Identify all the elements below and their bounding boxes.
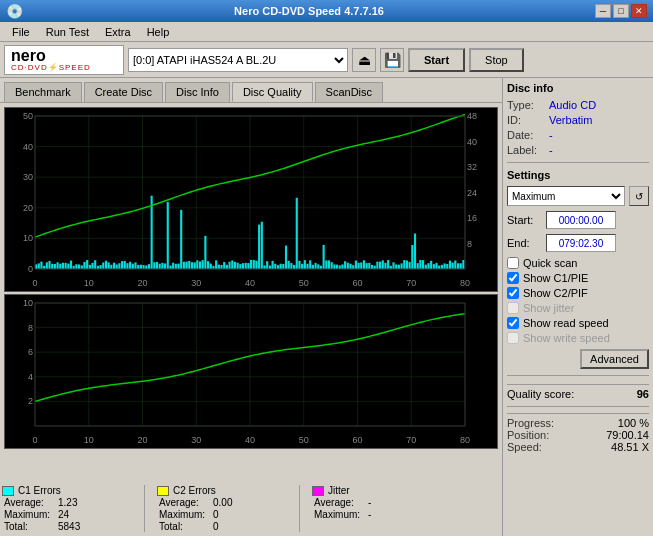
settings-title: Settings [507, 169, 649, 181]
left-panel: Benchmark Create Disc Disc Info Disc Qua… [0, 78, 503, 536]
c2-avg-row: Average: 0.00 [157, 497, 287, 508]
legend-c2: C2 Errors Average: 0.00 Maximum: 0 Total… [157, 485, 287, 532]
top-chart [4, 107, 498, 292]
quality-score-value: 96 [637, 388, 649, 400]
legend-divider-1 [144, 485, 145, 532]
tab-benchmark[interactable]: Benchmark [4, 82, 82, 102]
speed-label: Speed: [507, 441, 542, 453]
c2-avg-label: Average: [159, 497, 209, 508]
title-bar-icon: 💿 [6, 3, 23, 19]
c1-max-value: 24 [58, 509, 69, 520]
show-c1-row: Show C1/PIE [507, 272, 649, 284]
quality-score-row: Quality score: 96 [507, 384, 649, 400]
speed-value: 48.51 X [611, 441, 649, 453]
nero-logo-text: nero [11, 48, 46, 64]
jitter-max-value: - [368, 509, 371, 520]
tab-bar: Benchmark Create Disc Disc Info Disc Qua… [0, 78, 502, 103]
quick-scan-label: Quick scan [523, 257, 577, 269]
disc-date-row: Date: - [507, 129, 649, 141]
end-row: End: [507, 234, 649, 252]
jitter-title: Jitter [328, 485, 350, 496]
tab-create-disc[interactable]: Create Disc [84, 82, 163, 102]
c2-title: C2 Errors [173, 485, 216, 496]
disc-info-title: Disc info [507, 82, 649, 94]
c2-max-row: Maximum: 0 [157, 509, 287, 520]
disc-label-row: Label: - [507, 144, 649, 156]
show-read-checkbox[interactable] [507, 317, 519, 329]
show-c1-label: Show C1/PIE [523, 272, 588, 284]
save-button[interactable]: 💾 [380, 48, 404, 72]
show-jitter-label: Show jitter [523, 302, 574, 314]
show-read-label: Show read speed [523, 317, 609, 329]
end-input[interactable] [546, 234, 616, 252]
c1-max-row: Maximum: 24 [2, 509, 132, 520]
start-input[interactable] [546, 211, 616, 229]
menu-run-test[interactable]: Run Test [38, 24, 97, 40]
disc-type-label: Type: [507, 99, 545, 111]
disc-label-label: Label: [507, 144, 545, 156]
maximize-button[interactable]: □ [613, 4, 629, 18]
legend-jitter: Jitter Average: - Maximum: - [312, 485, 442, 532]
disc-label-value: - [549, 144, 553, 156]
c1-total-label: Total: [4, 521, 54, 532]
title-bar-title: Nero CD-DVD Speed 4.7.7.16 [23, 5, 595, 17]
progress-row: Progress: 100 % [507, 417, 649, 429]
progress-value: 100 % [618, 417, 649, 429]
eject-button[interactable]: ⏏ [352, 48, 376, 72]
end-label: End: [507, 237, 542, 249]
main-area: Benchmark Create Disc Disc Info Disc Qua… [0, 78, 653, 536]
tab-disc-info[interactable]: Disc Info [165, 82, 230, 102]
start-button[interactable]: Start [408, 48, 465, 72]
minimize-button[interactable]: ─ [595, 4, 611, 18]
position-value: 79:00.14 [606, 429, 649, 441]
title-bar: 💿 Nero CD-DVD Speed 4.7.7.16 ─ □ ✕ [0, 0, 653, 22]
jitter-max-label: Maximum: [314, 509, 364, 520]
speed-selector[interactable]: Maximum [507, 186, 625, 206]
c2-max-value: 0 [213, 509, 219, 520]
show-jitter-checkbox[interactable] [507, 302, 519, 314]
menu-help[interactable]: Help [139, 24, 178, 40]
show-write-row: Show write speed [507, 332, 649, 344]
start-label: Start: [507, 214, 542, 226]
show-c1-checkbox[interactable] [507, 272, 519, 284]
tab-scan-disc[interactable]: ScanDisc [315, 82, 383, 102]
jitter-avg-row: Average: - [312, 497, 442, 508]
show-c2-checkbox[interactable] [507, 287, 519, 299]
quick-scan-checkbox[interactable] [507, 257, 519, 269]
c1-total-value: 5843 [58, 521, 80, 532]
c2-total-row: Total: 0 [157, 521, 287, 532]
position-row: Position: 79:00.14 [507, 429, 649, 441]
legend-c1: C1 Errors Average: 1.23 Maximum: 24 Tota… [2, 485, 132, 532]
menu-extra[interactable]: Extra [97, 24, 139, 40]
toolbar: nero CD·DVD⚡SPEED [0:0] ATAPI iHAS524 A … [0, 42, 653, 78]
c1-color [2, 486, 14, 496]
tab-disc-quality[interactable]: Disc Quality [232, 82, 313, 102]
show-c2-row: Show C2/PIF [507, 287, 649, 299]
show-jitter-row: Show jitter [507, 302, 649, 314]
stop-button[interactable]: Stop [469, 48, 524, 72]
c1-total-row: Total: 5843 [2, 521, 132, 532]
start-row: Start: [507, 211, 649, 229]
refresh-button[interactable]: ↺ [629, 186, 649, 206]
disc-id-label: ID: [507, 114, 545, 126]
disc-id-value: Verbatim [549, 114, 592, 126]
nero-logo: nero CD·DVD⚡SPEED [4, 45, 124, 75]
jitter-max-row: Maximum: - [312, 509, 442, 520]
c1-max-label: Maximum: [4, 509, 54, 520]
quality-score-label: Quality score: [507, 388, 574, 400]
show-write-checkbox[interactable] [507, 332, 519, 344]
right-panel: Disc info Type: Audio CD ID: Verbatim Da… [503, 78, 653, 536]
drive-selector[interactable]: [0:0] ATAPI iHAS524 A BL.2U [128, 48, 348, 72]
nero-logo-subtitle: CD·DVD⚡SPEED [11, 64, 91, 72]
menu-file[interactable]: File [4, 24, 38, 40]
jitter-color [312, 486, 324, 496]
advanced-button[interactable]: Advanced [580, 349, 649, 369]
c1-avg-label: Average: [4, 497, 54, 508]
progress-label: Progress: [507, 417, 554, 429]
speed-row: Maximum ↺ [507, 186, 649, 206]
c2-color [157, 486, 169, 496]
position-label: Position: [507, 429, 549, 441]
show-c2-label: Show C2/PIF [523, 287, 588, 299]
close-button[interactable]: ✕ [631, 4, 647, 18]
jitter-avg-label: Average: [314, 497, 364, 508]
